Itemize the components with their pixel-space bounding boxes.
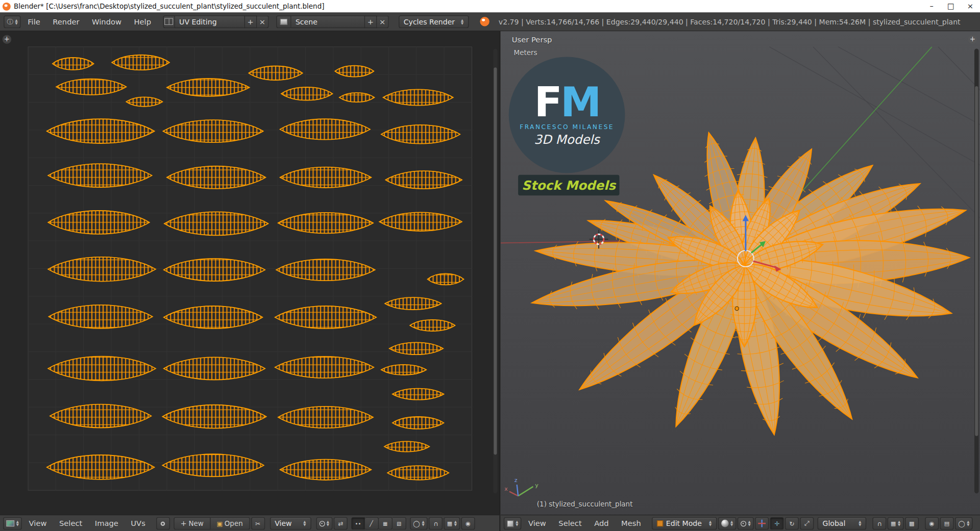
snap-toggle-button-uv[interactable]: ∩ bbox=[429, 517, 443, 529]
face-select-button[interactable]: ▦ bbox=[379, 517, 393, 529]
mode-dropdown[interactable]: Edit Mode ▲▼ bbox=[652, 517, 717, 529]
chevron-updown-icon: ▲▼ bbox=[303, 520, 306, 526]
units-overlay: Meters bbox=[514, 49, 537, 57]
scene-browse-button[interactable] bbox=[276, 15, 291, 28]
view-name-overlay: User Persp bbox=[512, 36, 552, 44]
proportional-edit-icon: ◯ bbox=[413, 520, 420, 526]
screen-layout-value: UV Editing bbox=[179, 17, 216, 26]
display-channels-value: View bbox=[275, 519, 291, 528]
vp-menu-select[interactable]: Select bbox=[553, 517, 587, 529]
vp-menu-view[interactable]: View bbox=[523, 517, 552, 529]
translate-manipulator-button[interactable]: ✛ bbox=[770, 517, 784, 529]
region-expand-icon[interactable]: + bbox=[968, 35, 977, 44]
pivot-icon bbox=[741, 521, 746, 526]
uv-image-editor-icon bbox=[6, 520, 14, 526]
folder-icon: ▣ bbox=[216, 520, 223, 526]
vp-menu-mesh[interactable]: Mesh bbox=[616, 517, 647, 529]
render-engine-value: Cycles Render bbox=[404, 17, 455, 26]
uv-canvas[interactable]: + bbox=[0, 31, 499, 515]
manipulator-toggle-button[interactable] bbox=[755, 517, 769, 529]
menu-render[interactable]: Render bbox=[47, 15, 85, 28]
scale-manipulator-button[interactable]: ⤢ bbox=[800, 517, 814, 529]
screen-layout-browse-button[interactable] bbox=[163, 15, 175, 28]
maximize-button[interactable]: □ bbox=[941, 0, 961, 12]
info-editor-icon: ⓘ bbox=[7, 17, 13, 26]
chevron-updown-icon: ▲▼ bbox=[859, 520, 861, 526]
edge-select-button[interactable]: ╱ bbox=[365, 517, 379, 529]
scrollbar-thumb[interactable] bbox=[975, 86, 978, 436]
region-expand-icon[interactable]: + bbox=[3, 35, 11, 44]
scene-statistics: v2.79 | Verts:14,766/14,766 | Edges:29,4… bbox=[499, 17, 961, 26]
unlink-icon: ✂ bbox=[255, 520, 260, 526]
chevron-updown-icon: ▲▼ bbox=[461, 18, 463, 24]
vertex-select-button[interactable]: ∙∙ bbox=[351, 517, 365, 529]
uv-canvas-svg[interactable] bbox=[0, 31, 499, 515]
fm-letter-m: M bbox=[560, 78, 600, 125]
uv-vertical-scrollbar[interactable] bbox=[493, 49, 498, 494]
opengl-render-anim-button[interactable]: ▤ bbox=[940, 517, 953, 529]
menu-window[interactable]: Window bbox=[86, 15, 127, 28]
close-button[interactable]: × bbox=[961, 0, 980, 12]
chevron-updown-icon: ▲▼ bbox=[454, 520, 457, 526]
menu-file[interactable]: File bbox=[22, 15, 46, 28]
opengl-render-image-button[interactable]: ◉ bbox=[925, 517, 939, 529]
uv-menu-select[interactable]: Select bbox=[54, 517, 88, 529]
island-select-button[interactable]: ▧ bbox=[393, 517, 406, 529]
snap-target-dropdown[interactable]: ▦ ▲▼ bbox=[888, 517, 904, 529]
add-scene-button[interactable]: + bbox=[365, 15, 377, 28]
title-bar: Blender* [C:\Users\franc\Desktop\stylize… bbox=[0, 0, 980, 12]
remove-layout-button[interactable]: × bbox=[257, 15, 268, 28]
new-image-button[interactable]: + New bbox=[174, 517, 210, 529]
display-channels-dropdown[interactable]: View ▲▼ bbox=[270, 517, 311, 529]
occlude-geometry-button[interactable]: ▩ bbox=[905, 517, 919, 529]
open-image-button[interactable]: ▣ Open bbox=[210, 517, 250, 529]
viewport-canvas[interactable]: z y x User Persp Meters FM FRANCESCO MIL… bbox=[501, 31, 980, 515]
scrollbar-thumb[interactable] bbox=[494, 67, 497, 454]
camera-icon: ◉ bbox=[929, 520, 935, 526]
window-title: Blender* [C:\Users\franc\Desktop\stylize… bbox=[14, 2, 325, 10]
editor-type-button-3d[interactable]: ▲▼ bbox=[504, 517, 522, 529]
remove-scene-button[interactable]: × bbox=[377, 15, 388, 28]
uv-menu-view[interactable]: View bbox=[23, 517, 53, 529]
vp-menu-add[interactable]: Add bbox=[589, 517, 614, 529]
sync-icon: ⇄ bbox=[338, 520, 343, 526]
render-slot-button[interactable]: ◉ bbox=[461, 517, 475, 529]
pivot-point-dropdown[interactable]: ▲▼ bbox=[738, 517, 754, 529]
orientation-dropdown[interactable]: Global ▲▼ bbox=[818, 517, 867, 529]
occlude-icon: ▩ bbox=[909, 520, 914, 526]
mode-value: Edit Mode bbox=[666, 519, 702, 528]
unlink-image-button[interactable]: ✂ bbox=[251, 517, 265, 529]
editor-type-button-uv[interactable]: ▲▼ bbox=[3, 517, 22, 529]
blender-window: Blender* [C:\Users\franc\Desktop\stylize… bbox=[0, 0, 980, 531]
render-engine-dropdown[interactable]: Cycles Render ▲▼ bbox=[399, 15, 469, 28]
rotate-manipulator-button[interactable]: ↻ bbox=[785, 517, 799, 529]
snap-target-dropdown-uv[interactable]: ▦ ▲▼ bbox=[444, 517, 460, 529]
active-object-overlay: (1) stylized_succulent_plant bbox=[537, 500, 633, 509]
proportional-edit-button-3d[interactable]: ◯ ▲▼ bbox=[955, 517, 973, 529]
add-layout-button[interactable]: + bbox=[245, 15, 257, 28]
scene-dropdown[interactable]: Scene bbox=[291, 15, 364, 28]
screen-layout-dropdown[interactable]: UV Editing bbox=[175, 15, 245, 28]
image-pin-button[interactable] bbox=[156, 517, 170, 529]
scene-value: Scene bbox=[296, 17, 317, 26]
stock-models-label: Stock Models bbox=[522, 178, 616, 192]
shading-sphere-icon bbox=[721, 520, 729, 527]
vp-vertical-scrollbar[interactable] bbox=[974, 49, 979, 494]
magnet-icon: ∩ bbox=[433, 520, 438, 526]
viewport-3d: z y x User Persp Meters FM FRANCESCO MIL… bbox=[501, 31, 980, 531]
sync-uv-selection-button[interactable]: ⇄ bbox=[334, 517, 348, 529]
editor-type-button-info[interactable]: ⓘ ▲▼ bbox=[4, 15, 20, 28]
viewport-shading-dropdown[interactable]: ▲▼ bbox=[718, 517, 736, 529]
object-origin-dot bbox=[735, 307, 739, 310]
manipulator-axis-icon bbox=[758, 520, 766, 527]
snap-increment-icon: ▦ bbox=[447, 520, 452, 526]
menu-help[interactable]: Help bbox=[128, 15, 157, 28]
uv-menu-image[interactable]: Image bbox=[89, 517, 124, 529]
pivot-point-button-uv[interactable]: ▲▼ bbox=[316, 517, 332, 529]
proportional-edit-button[interactable]: ◯ ▲▼ bbox=[410, 517, 428, 529]
minimize-button[interactable]: – bbox=[922, 0, 941, 12]
uv-menu-uvs[interactable]: UVs bbox=[125, 517, 151, 529]
snap-toggle-button[interactable]: ∩ bbox=[872, 517, 886, 529]
orientation-value: Global bbox=[822, 519, 845, 528]
chevron-updown-icon: ▲▼ bbox=[422, 520, 424, 526]
